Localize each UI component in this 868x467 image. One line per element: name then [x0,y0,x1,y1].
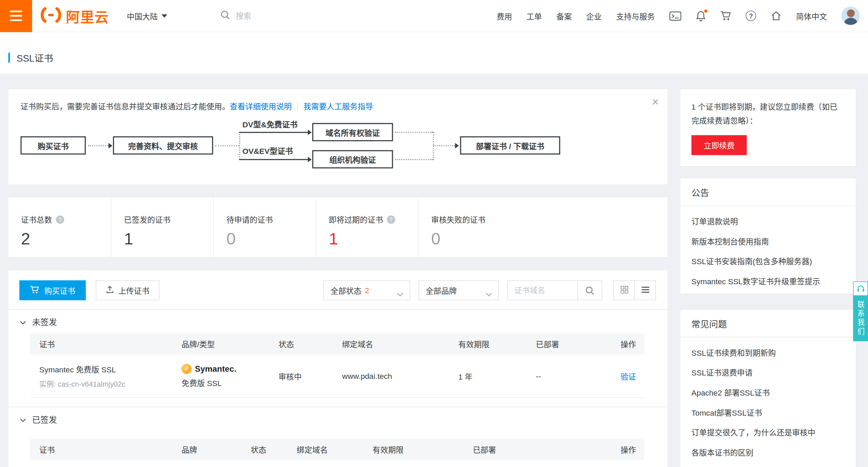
flow-connector [433,145,455,146]
column-header: 已部署 [463,444,565,455]
renew-now-button[interactable]: 立即续费 [691,135,747,155]
flow-connector [88,145,108,146]
list-view-button[interactable] [634,280,656,301]
announcement-link[interactable]: Symantec SSL数字证书升级重签提示 [691,271,845,291]
language-selector[interactable]: 简体中文 [796,10,827,21]
flow-step-deploy: 部署证书 / 下载证书 [460,136,560,155]
flow-connector [395,132,433,133]
terminal-icon[interactable] [669,11,682,21]
nav-item-enterprise[interactable]: 企业 [586,10,602,21]
view-toggle-group [613,280,656,301]
column-header: 绑定域名 [287,444,363,455]
stat-value: 1 [329,229,418,248]
announcement-link[interactable]: 订单退款说明 [691,211,845,231]
nav-item-ticket[interactable]: 工单 [527,10,542,21]
column-header: 证书 [30,444,172,455]
upload-certificate-button[interactable]: 上传证书 [96,280,160,301]
faq-link[interactable]: SSL证书退费申请 [691,362,845,382]
top-header: 阿里云 中国大陆 费用 工单 备案 企业 支持与服务 [0,0,868,32]
cart-icon [30,285,39,295]
header-search [220,10,313,21]
page-title: SSL证书 [17,50,53,64]
stat-label: 即将过期的证书 [329,214,383,225]
faq-card: 常见问题 SSL证书续费和到期新购 SSL证书退费申请 Apache2 部署SS… [680,309,856,467]
domain-search-button[interactable] [578,280,602,301]
column-header: 证书 [30,338,172,350]
renewal-notice-card: 1 个证书即将到期，建议您立即续费（如已完成续费请忽略）： 立即续费 [680,88,856,166]
flow-step-buy: 购买证书 [20,136,86,155]
brand-name: Symantec. [195,364,236,373]
close-icon[interactable]: × [652,96,659,108]
grid-view-icon [620,286,628,295]
arrow-right-icon [108,143,112,148]
certificate-instance: 实例: cas-cn-v641almjy02c [39,378,172,389]
nav-item-support[interactable]: 支持与服务 [616,10,655,21]
faq-link[interactable]: Tomcat部署SSL证书 [691,402,845,422]
section-signed-toggle[interactable]: 已签发 [8,407,667,431]
column-header: 操作 [565,444,645,455]
announcement-link[interactable]: 新版本控制台使用指南 [691,231,845,251]
announcements-list: 订单退款说明 新版本控制台使用指南 SSL证书安装指南(包含多种服务器) Sym… [680,206,856,297]
stat-issued: 已签发的证书 1 [111,197,213,257]
help-icon[interactable]: ? [746,11,756,21]
column-header: 品牌 [172,444,241,455]
certificate-stats-card: 证书总数 ? 2 已签发的证书 1 待申请的证书 0 即将过期的证书 ? 1 [8,197,668,258]
status-filter-select[interactable]: 全部状态 2 [323,280,410,301]
section-unsigned-toggle[interactable]: 未签发 [8,309,667,334]
region-selector[interactable]: 中国大陆 [127,10,167,21]
upload-certificate-label: 上传证书 [118,285,149,296]
grid-view-button[interactable] [613,280,635,301]
flow-box-domain-validation: 域名所有权验证 [312,123,393,141]
nav-item-icp[interactable]: 备案 [556,10,572,21]
hamburger-menu-button[interactable] [0,0,32,32]
verify-action-link[interactable]: 验证 [620,372,636,381]
column-header: 绑定域名 [333,338,449,350]
flow-connector [239,132,308,133]
flow-label-ov: OV&EV型证书 [243,145,293,156]
brand-filter-select[interactable]: 全部品牌 [418,280,499,301]
brand-filter-label: 全部品牌 [426,285,457,296]
upload-icon [106,285,114,295]
aliyun-logo[interactable]: 阿里云 [39,6,109,26]
faq-link[interactable]: SSL证书续费和到期新购 [691,342,845,363]
nav-item-billing[interactable]: 费用 [497,10,512,21]
caret-down-icon [162,14,167,18]
stat-expiring: 即将过期的证书 ? 1 [316,197,418,257]
column-header: 有效期限 [363,444,464,455]
stat-value: 0 [431,229,668,248]
headset-icon [853,281,868,296]
question-circle-icon[interactable]: ? [56,215,64,223]
divider [297,102,298,110]
usage-guide-link[interactable]: 查看详细使用说明 [230,100,291,112]
faq-link[interactable]: 各版本证书的区别 [691,442,845,462]
stat-label: 待申请的证书 [227,214,273,225]
search-icon [220,10,230,21]
question-circle-icon[interactable]: ? [387,215,395,223]
human-service-link[interactable]: 我需要人工服务指导 [303,100,373,112]
flow-connector [239,159,308,160]
domain-search-input[interactable] [507,280,578,301]
header-search-input[interactable] [236,11,313,20]
signed-table: 证书 品牌 状态 绑定域名 有效期限 已部署 操作 [30,439,645,460]
stat-value: 2 [21,229,111,248]
faq-title: 常见问题 [680,310,856,337]
faq-link[interactable]: Apache2 部署SSL证书 [691,382,845,402]
buy-certificate-button[interactable]: 购买证书 [19,280,86,301]
stats-row: 证书总数 ? 2 已签发的证书 1 待申请的证书 0 即将过期的证书 ? 1 [8,197,667,257]
home-icon[interactable] [771,11,782,21]
avatar[interactable] [841,7,860,25]
contact-us-tab[interactable]: 联系我们 [853,281,868,341]
header-nav: 费用 工单 备案 企业 支持与服务 [497,7,868,25]
column-header: 状态 [269,338,333,350]
chevron-down-icon [20,414,26,424]
faq-link[interactable]: 订单提交很久了，为什么还是审核中 [691,422,845,442]
arrow-right-icon [308,157,312,162]
column-header: 操作 [604,338,645,350]
cart-icon[interactable] [720,11,731,21]
list-view-icon [641,286,649,294]
contact-us-label: 联系我们 [853,296,868,341]
certificate-list-card: 购买证书 上传证书 全部状态 2 全部品牌 [8,270,668,467]
announcement-link[interactable]: SSL证书安装指南(包含多种服务器) [691,251,845,271]
stat-value: 1 [124,229,213,248]
bell-icon[interactable] [696,10,706,21]
